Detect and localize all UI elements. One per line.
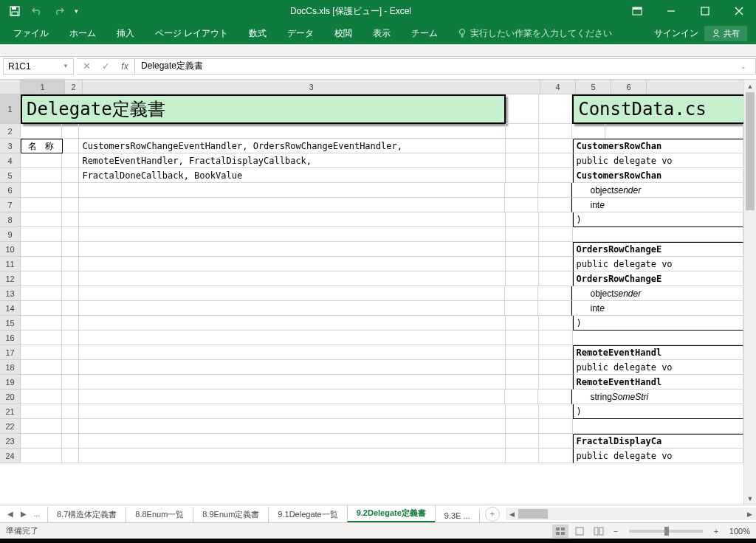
cell[interactable] [539, 212, 572, 227]
code-cell[interactable]: CustomersRowChan [573, 139, 743, 153]
cell[interactable] [62, 316, 79, 331]
scroll-down-icon[interactable]: ▼ [744, 492, 756, 505]
cell[interactable] [572, 124, 605, 139]
name-box[interactable]: R1C1 ▼ [3, 58, 74, 75]
cell[interactable] [21, 419, 62, 434]
cell[interactable] [573, 419, 743, 434]
zoom-slider[interactable] [629, 530, 703, 533]
cell[interactable] [62, 301, 79, 316]
sheet-tab[interactable]: 9.3E ... [435, 509, 480, 523]
cell[interactable] [573, 331, 743, 345]
cell[interactable] [506, 272, 539, 286]
cell[interactable] [62, 390, 79, 404]
zoom-out-button[interactable]: − [610, 527, 622, 536]
cell[interactable] [21, 449, 62, 463]
cell[interactable] [79, 198, 505, 212]
signin-link[interactable]: サインイン [654, 27, 698, 40]
formula-input[interactable]: Delegate定義書 ⌄ [135, 58, 756, 75]
row-header[interactable]: 1 [0, 94, 21, 124]
qat-customize-icon[interactable]: ▾ [71, 1, 81, 21]
fx-icon[interactable]: fx [115, 61, 134, 72]
cell[interactable] [21, 198, 62, 212]
cell[interactable] [506, 139, 539, 153]
undo-icon[interactable] [27, 1, 47, 21]
cell[interactable] [538, 301, 571, 316]
cell[interactable] [79, 331, 506, 345]
cell[interactable] [62, 198, 79, 212]
horizontal-scrollbar[interactable]: ◀ ▶ [506, 508, 756, 520]
vscroll-thumb[interactable] [746, 92, 755, 210]
cell[interactable] [62, 124, 79, 139]
row-header[interactable]: 19 [0, 375, 21, 390]
hscroll-thumb[interactable] [518, 509, 548, 519]
cell[interactable] [62, 419, 79, 434]
cell[interactable] [539, 419, 572, 434]
row-header[interactable]: 6 [0, 183, 21, 198]
cell[interactable] [21, 286, 62, 301]
cell[interactable] [505, 286, 538, 301]
cell[interactable] [21, 124, 62, 139]
cell[interactable] [506, 375, 539, 390]
cell[interactable] [506, 212, 539, 227]
cell[interactable] [506, 404, 539, 419]
cell[interactable] [21, 404, 62, 419]
cell[interactable] [539, 272, 572, 286]
cell[interactable] [506, 227, 539, 242]
cell[interactable] [21, 390, 62, 404]
cell[interactable] [79, 316, 506, 331]
cell[interactable] [506, 360, 539, 375]
cell[interactable] [79, 257, 506, 272]
cell[interactable] [506, 94, 539, 124]
pagebreak-view-icon[interactable] [591, 525, 607, 538]
cell[interactable] [505, 183, 538, 198]
cell[interactable] [539, 227, 572, 242]
pagelayout-view-icon[interactable] [571, 525, 588, 538]
cell[interactable] [539, 316, 572, 331]
chevron-down-icon[interactable]: ▼ [63, 63, 69, 69]
cell[interactable] [539, 139, 572, 153]
cell[interactable] [79, 183, 505, 198]
sheet-tab[interactable]: 9.1Delegate一覧 [268, 507, 347, 523]
cell[interactable] [573, 227, 743, 242]
cell[interactable] [79, 345, 506, 360]
tab-view[interactable]: 表示 [362, 23, 401, 44]
cell[interactable] [79, 301, 505, 316]
cell[interactable] [79, 404, 506, 419]
col-header[interactable]: 5 [576, 80, 611, 94]
row-header[interactable]: 3 [0, 139, 21, 153]
cell[interactable] [21, 434, 62, 449]
cell[interactable] [21, 227, 62, 242]
close-icon[interactable] [722, 0, 756, 22]
cell[interactable] [62, 375, 79, 390]
row-header[interactable]: 7 [0, 198, 21, 212]
share-button[interactable]: 共有 [704, 26, 747, 41]
cell[interactable] [79, 227, 506, 242]
code-cell[interactable]: ) [573, 404, 743, 419]
code-cell[interactable]: FractalDisplayCa [573, 434, 743, 449]
code-cell[interactable]: int e [571, 301, 743, 316]
cell[interactable] [539, 434, 572, 449]
cell[interactable] [62, 345, 79, 360]
code-cell[interactable]: ) [573, 212, 743, 227]
expand-formula-icon[interactable]: ⌄ [740, 63, 749, 70]
cell[interactable] [605, 124, 743, 139]
cell[interactable] [506, 316, 539, 331]
col-header[interactable]: 4 [540, 80, 576, 94]
row-header[interactable]: 9 [0, 227, 21, 242]
redo-icon[interactable] [49, 1, 69, 21]
cell[interactable] [538, 286, 571, 301]
code-cell[interactable]: object sender [571, 183, 743, 198]
cell[interactable] [506, 153, 539, 168]
spreadsheet-grid[interactable]: 1 2 3 4 5 6 1 2 3 4 5 6 7 8 9 10 11 12 [0, 80, 743, 505]
cell[interactable] [79, 419, 506, 434]
cell[interactable] [62, 404, 79, 419]
scroll-up-icon[interactable]: ▲ [744, 80, 756, 92]
title-cell[interactable]: Delegate定義書 [21, 94, 506, 124]
zoom-thumb[interactable] [664, 527, 669, 536]
cancel-formula-icon[interactable]: ✕ [77, 60, 96, 72]
cell[interactable] [539, 375, 572, 390]
cell[interactable] [79, 360, 506, 375]
zoom-level[interactable]: 100% [729, 527, 750, 536]
cell[interactable] [505, 198, 538, 212]
normal-view-icon[interactable] [552, 525, 568, 538]
